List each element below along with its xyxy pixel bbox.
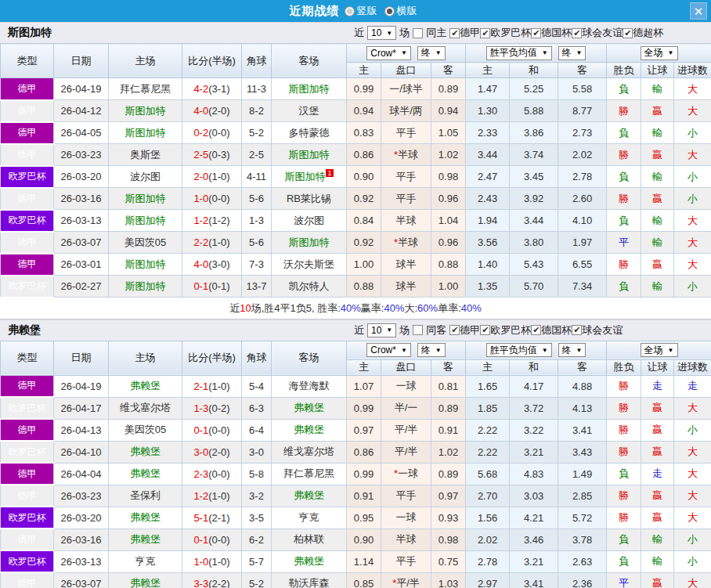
cell-home-team: 斯图加特 <box>109 210 182 232</box>
cell-handicap-result: 輸 <box>641 166 674 188</box>
horizontal-layout-radio[interactable] <box>384 6 395 16</box>
league-checkbox[interactable]: ✔ <box>531 28 541 38</box>
cell-date: 26-04-19 <box>54 375 109 397</box>
cell-home-team: 弗赖堡 <box>109 507 182 528</box>
league-label: 德国杯 <box>541 26 572 40</box>
cell-crow-away-odds: 0.98 <box>431 166 466 188</box>
cell-league: 德甲 <box>1 254 54 276</box>
fulltime-score: 5-1 <box>193 512 208 524</box>
cell-crow-away-odds: 1.02 <box>431 441 466 463</box>
col-home: 主场 <box>109 341 182 375</box>
cell-goals: 小 <box>674 276 711 298</box>
cell-score: 2-3(0-0) <box>182 463 242 485</box>
cell-result: 平 <box>607 232 641 254</box>
final-avg-select[interactable]: 终▼ <box>558 343 586 357</box>
section-header-stuttgart: 斯图加特 近 10▼ 场 同主 ✔德甲✔欧罗巴杯✔德国杯✔球会友谊✔德超杯 <box>0 22 711 43</box>
halftime-score: (0-0) <box>208 534 229 546</box>
cell-crow-home-odds: 0.90 <box>347 166 381 188</box>
col-date: 日期 <box>54 44 109 78</box>
home-team-name: 斯图加特 <box>125 127 166 139</box>
odds-company-select[interactable]: Crow*▼ <box>366 46 411 60</box>
col-score: 比分(半场) <box>182 44 242 78</box>
cell-result: 勝 <box>607 254 641 276</box>
vertical-layout-radio[interactable] <box>345 6 355 16</box>
away-team-name: 拜仁慕尼黑 <box>283 467 334 479</box>
horizontal-layout-label[interactable]: 横版 <box>397 4 417 18</box>
near-label: 近 <box>354 26 364 40</box>
league-label: 德超杯 <box>633 26 663 40</box>
cell-avg-home: 1.56 <box>466 507 510 528</box>
cell-away-team: 维戈塞尔塔 <box>272 441 347 463</box>
cell-crow-away-odds: 0.96 <box>431 188 466 210</box>
cell-goals: 大 <box>674 210 711 232</box>
games-suffix-label: 场 <box>399 323 410 337</box>
cell-avg-home: 2.97 <box>466 572 510 588</box>
league-checkbox[interactable]: ✔ <box>480 325 490 335</box>
cell-corner: 5-6 <box>242 232 272 254</box>
close-icon[interactable]: ✕ <box>690 2 707 20</box>
table-row: 德甲26-04-13美因茨050-1(0-0)6-4弗赖堡0.97平/半0.91… <box>1 419 711 441</box>
cell-goals: 大 <box>674 78 711 100</box>
cell-away-team: 斯图加特 <box>272 232 347 254</box>
titlebar: 近期战绩 竖版 横版 ✕ <box>0 0 711 22</box>
fulltime-score: 1-0 <box>193 556 208 568</box>
home-team-name: 圣保利 <box>130 489 161 501</box>
league-checkbox[interactable]: ✔ <box>480 28 490 38</box>
cell-home-team: 奥斯堡 <box>109 144 182 166</box>
cell-league: 欧罗巴杯 <box>1 276 54 298</box>
avg-odds-select[interactable]: 胜平负均值▼ <box>486 46 552 60</box>
cell-date: 26-03-13 <box>54 210 109 232</box>
away-team-name: 斯图加特 <box>289 236 330 248</box>
cell-avg-home: 2.47 <box>466 166 510 188</box>
final-avg-select[interactable]: 终▼ <box>558 46 586 60</box>
cell-crow-away-odds: 0.97 <box>431 485 466 507</box>
cell-avg-away: 7.34 <box>558 276 607 298</box>
league-checkbox[interactable]: ✔ <box>623 28 633 38</box>
fullmatch-select[interactable]: 全场▼ <box>641 343 678 357</box>
cell-avg-draw: 3.92 <box>510 188 558 210</box>
fulltime-score: 2-2 <box>193 236 208 248</box>
avg-odds-select[interactable]: 胜平负均值▼ <box>486 343 552 357</box>
fulltime-score: 1-0 <box>193 193 208 204</box>
handicap-text: 平手 <box>396 127 417 139</box>
away-team-name: 海登海默 <box>289 380 330 391</box>
cell-home-team: 弗赖堡 <box>109 572 182 588</box>
team-name: 弗赖堡 <box>8 323 41 337</box>
summary-text: 40% <box>341 302 361 314</box>
home-team-name: 弗赖堡 <box>130 577 161 588</box>
final-odds-select[interactable]: 终▼ <box>417 46 446 60</box>
halftime-score: (1-0) <box>208 381 229 392</box>
cell-handicap-result: 贏 <box>641 441 674 463</box>
recent-games-select[interactable]: 10▼ <box>367 26 396 40</box>
home-team-name: 弗赖堡 <box>130 467 161 479</box>
cell-avg-draw: 5.70 <box>510 276 558 298</box>
league-filter-item: ✔德超杯 <box>623 26 663 40</box>
same-away-checkbox[interactable] <box>413 325 423 335</box>
recent-games-select[interactable]: 10▼ <box>367 323 396 337</box>
cell-home-team: 斯图加特 <box>109 100 182 122</box>
cell-handicap: 平/半 <box>381 419 431 441</box>
league-checkbox[interactable]: ✔ <box>572 325 582 335</box>
cell-avg-home: 1.85 <box>466 397 510 419</box>
fullmatch-select[interactable]: 全场▼ <box>641 46 678 60</box>
cell-result: 負 <box>607 463 641 485</box>
same-home-checkbox[interactable] <box>413 28 423 38</box>
cell-handicap-result: 走 <box>641 375 674 397</box>
cell-avg-home: 3.44 <box>466 144 510 166</box>
league-checkbox[interactable]: ✔ <box>449 28 460 38</box>
halftime-score: (1-2) <box>208 215 229 226</box>
cell-avg-draw: 3.03 <box>510 485 558 507</box>
handicap-text: 一球 <box>398 467 418 479</box>
cell-avg-away: 3.43 <box>558 441 607 463</box>
vertical-layout-label[interactable]: 竖版 <box>357 4 377 18</box>
league-checkbox[interactable]: ✔ <box>449 325 460 335</box>
final-odds-select[interactable]: 终▼ <box>417 343 446 357</box>
cell-away-team: 斯图加特 <box>272 78 347 100</box>
cell-crow-away-odds: 0.98 <box>431 528 466 550</box>
home-team-name: 弗赖堡 <box>130 511 161 523</box>
league-checkbox[interactable]: ✔ <box>572 28 582 38</box>
cell-home-team: 弗赖堡 <box>109 441 182 463</box>
odds-company-select[interactable]: Crow*▼ <box>366 343 411 357</box>
league-checkbox[interactable]: ✔ <box>531 325 541 335</box>
cell-handicap: *平/半 <box>381 572 431 588</box>
